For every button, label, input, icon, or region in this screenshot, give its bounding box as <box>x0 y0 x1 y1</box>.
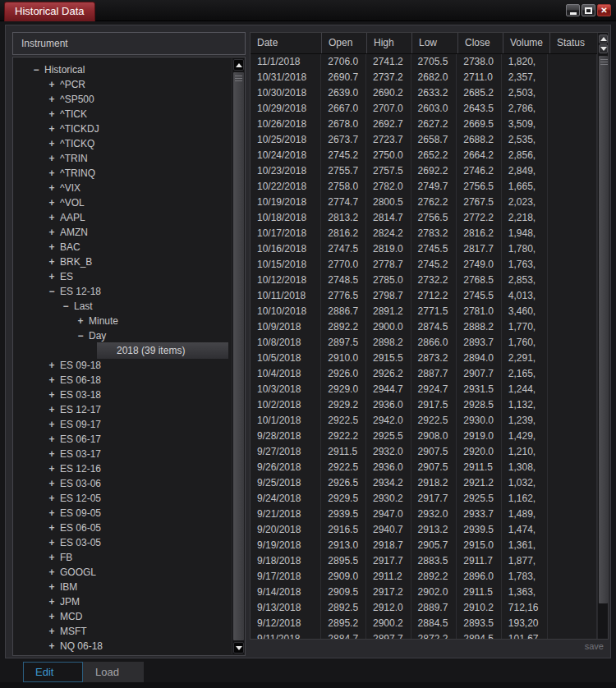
table-row[interactable]: 10/10/20182886.72891.22771.52781.03,460, <box>251 304 597 319</box>
column-header-low[interactable]: Low <box>412 33 458 53</box>
expand-icon[interactable]: + <box>47 433 57 445</box>
expand-icon[interactable]: + <box>47 167 57 179</box>
table-scrollbar-thumb[interactable] <box>599 56 608 603</box>
expand-icon[interactable]: + <box>47 197 57 209</box>
table-row[interactable]: 9/13/20182892.52912.02889.72910.2712,16 <box>251 600 597 616</box>
expand-icon[interactable]: + <box>47 389 57 401</box>
table-row[interactable]: 9/20/20182916.52940.72913.22939.51,474, <box>251 522 597 538</box>
collapse-icon[interactable]: − <box>61 300 71 312</box>
table-row[interactable]: 10/9/20182892.22900.02874.52888.21,770, <box>251 319 597 335</box>
tree-item-nq-06-18[interactable]: +NQ 06-18 <box>13 639 245 654</box>
table-scroll-up-button[interactable] <box>599 34 608 44</box>
tree-item-es-03-06[interactable]: +ES 03-06 <box>13 476 245 491</box>
expand-icon[interactable]: + <box>47 566 57 578</box>
tree-item-2018-39-items[interactable]: 2018 (39 items) <box>13 343 245 358</box>
tree-item-day[interactable]: −Day <box>13 328 245 343</box>
tree-item-jpm[interactable]: +JPM <box>13 594 245 609</box>
table-row[interactable]: 10/1/20182922.52942.02922.52930.01,239, <box>251 413 597 429</box>
table-row[interactable]: 10/29/20182667.02707.02603.02643.52,786, <box>251 101 597 117</box>
expand-icon[interactable]: + <box>47 478 57 489</box>
table-row[interactable]: 9/21/20182939.52947.02932.02933.71,489, <box>251 507 597 522</box>
tree-item-msft[interactable]: +MSFT <box>13 624 245 639</box>
expand-icon[interactable]: + <box>47 241 57 253</box>
expand-icon[interactable]: + <box>47 626 57 637</box>
table-row[interactable]: 10/26/20182678.02692.72627.22669.53,509, <box>251 117 597 132</box>
tree-item-es-12-16[interactable]: +ES 12-16 <box>13 461 245 476</box>
column-header-status[interactable]: Status <box>550 33 600 53</box>
table-row[interactable]: 10/19/20182774.72800.52762.22767.52,023, <box>251 195 597 210</box>
table-row[interactable]: 9/25/20182926.52934.22918.22921.21,032, <box>251 475 597 491</box>
tree-item-amzn[interactable]: +AMZN <box>13 225 245 240</box>
tree-item-es-09-18[interactable]: +ES 09-18 <box>13 358 245 373</box>
table-scroll-down-button[interactable] <box>599 44 608 53</box>
table-row[interactable]: 10/8/20182897.52898.22866.02893.71,760, <box>251 335 597 351</box>
tree-item-mcd[interactable]: +MCD <box>13 609 245 624</box>
collapse-icon[interactable]: − <box>76 330 85 342</box>
tree-item-es-12-05[interactable]: +ES 12-05 <box>13 491 245 506</box>
tab-load[interactable]: Load <box>83 662 144 682</box>
tree-item-googl[interactable]: +GOOGL <box>13 565 245 580</box>
scroll-up-button[interactable] <box>233 59 244 71</box>
tree-item-es-09-17[interactable]: +ES 09-17 <box>13 417 245 432</box>
expand-icon[interactable]: + <box>47 153 57 164</box>
expand-icon[interactable]: + <box>47 493 57 504</box>
expand-icon[interactable]: + <box>47 448 57 460</box>
tree-item-es-06-05[interactable]: +ES 06-05 <box>13 521 245 535</box>
table-row[interactable]: 9/26/20182922.52936.02907.52911.51,308, <box>251 460 597 475</box>
expand-icon[interactable]: + <box>47 227 57 238</box>
expand-icon[interactable]: + <box>47 360 57 371</box>
tree-item-tickq[interactable]: +^TICKQ <box>13 136 245 151</box>
expand-icon[interactable]: + <box>47 419 57 430</box>
column-header-date[interactable]: Date <box>251 33 322 53</box>
expand-icon[interactable]: + <box>47 640 57 652</box>
tree-item-es-03-05[interactable]: +ES 03-05 <box>13 535 245 550</box>
table-row[interactable]: 9/19/20182913.02918.72905.72915.01,361, <box>251 538 597 553</box>
table-row[interactable]: 10/4/20182926.02926.22887.72907.72,165, <box>251 366 597 382</box>
tree-item-es-12-18[interactable]: −ES 12-18 <box>13 284 245 299</box>
collapse-icon[interactable]: − <box>47 286 57 297</box>
table-row[interactable]: 9/28/20182922.22925.52908.02919.01,429, <box>251 429 597 444</box>
tree-item-tick[interactable]: +^TICK <box>13 107 245 122</box>
table-row[interactable]: 10/23/20182755.72757.52692.22746.22,849, <box>251 163 597 179</box>
tree-item-aapl[interactable]: +AAPL <box>13 210 245 225</box>
column-header-high[interactable]: High <box>367 33 412 53</box>
tree-item-es-03-18[interactable]: +ES 03-18 <box>13 388 245 402</box>
table-row[interactable]: 9/12/20182895.22900.22884.52893.5193,20 <box>251 616 597 631</box>
table-row[interactable]: 10/11/20182776.52798.72712.22745.54,013, <box>251 288 597 304</box>
titlebar[interactable]: Historical Data ✕ <box>0 0 616 21</box>
tree-scrollbar[interactable] <box>232 58 244 654</box>
column-header-open[interactable]: Open <box>322 33 367 53</box>
tree-item-vol[interactable]: +^VOL <box>13 195 245 210</box>
tree-item-pcr[interactable]: +^PCR <box>13 77 245 92</box>
expand-icon[interactable]: + <box>47 552 57 563</box>
expand-icon[interactable]: + <box>47 271 57 282</box>
expand-icon[interactable]: + <box>47 212 57 223</box>
collapse-icon[interactable]: − <box>31 64 41 76</box>
table-row[interactable]: 9/17/20182909.02911.22892.22896.01,783, <box>251 569 597 585</box>
expand-icon[interactable]: + <box>47 138 57 149</box>
expand-icon[interactable]: + <box>47 182 57 194</box>
expand-icon[interactable]: + <box>47 463 57 475</box>
table-row[interactable]: 10/3/20182929.02944.72924.72931.51,244, <box>251 382 597 397</box>
tree-item-es[interactable]: +ES <box>13 269 245 284</box>
tree-item-tickdj[interactable]: +^TICKDJ <box>13 122 245 136</box>
column-header-close[interactable]: Close <box>458 33 503 53</box>
table-row[interactable]: 10/16/20182747.52819.02745.52817.71,780, <box>251 241 597 257</box>
expand-icon[interactable]: + <box>47 108 57 120</box>
tree-item-vix[interactable]: +^VIX <box>13 181 245 195</box>
window-title-tab[interactable]: Historical Data <box>4 2 95 21</box>
table-row[interactable]: 9/27/20182911.52932.02907.52920.01,210, <box>251 444 597 460</box>
expand-icon[interactable]: + <box>47 374 57 386</box>
table-row[interactable]: 10/15/20182770.02778.72745.22749.01,763, <box>251 257 597 273</box>
tree-item-last[interactable]: −Last <box>13 299 245 314</box>
tree-item-bac[interactable]: +BAC <box>13 240 245 255</box>
tree-item-historical[interactable]: −Historical <box>13 62 245 77</box>
table-row[interactable]: 10/18/20182813.22814.72756.52772.22,218, <box>251 210 597 226</box>
table-row[interactable]: 9/14/20182909.52917.22902.02911.51,363, <box>251 585 597 600</box>
expand-icon[interactable]: + <box>47 522 57 534</box>
tree-item-trin[interactable]: +^TRIN <box>13 151 245 166</box>
tree-scrollbar-thumb[interactable] <box>233 72 244 640</box>
tree-item-sp500[interactable]: +^SP500 <box>13 92 245 107</box>
expand-icon[interactable]: + <box>47 611 57 622</box>
expand-icon[interactable]: + <box>47 123 57 135</box>
